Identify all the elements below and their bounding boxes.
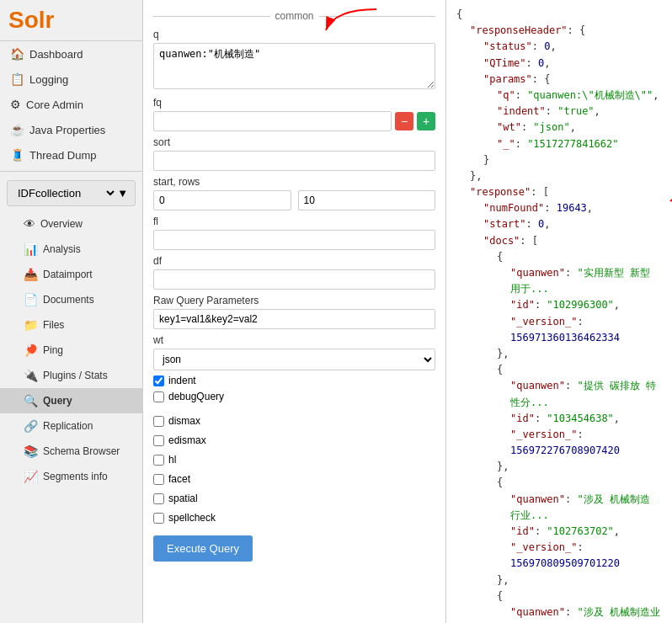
thread-dump-icon: 🧵 <box>10 148 24 162</box>
json-line-23: "_version_": 156972276708907420 <box>456 427 662 459</box>
fq-add-button[interactable]: + <box>417 112 435 130</box>
json-line-9: } <box>456 152 662 168</box>
hl-label: hl <box>168 454 176 466</box>
chevron-down-icon: ▼ <box>117 187 128 200</box>
sidebar-label-segments-info: Segments info <box>43 471 108 482</box>
json-line-20: { <box>456 362 662 378</box>
sidebar-label-dashboard: Dashboard <box>29 48 83 61</box>
wt-label: wt <box>153 334 435 346</box>
indent-checkbox[interactable] <box>153 375 164 386</box>
sidebar-item-schema-browser[interactable]: 📚Schema Browser <box>0 439 142 464</box>
spellcheck-checkbox[interactable] <box>153 513 164 524</box>
q-input[interactable] <box>153 43 435 89</box>
json-line-5: "q": "quanwen:\"机械制造\"", <box>456 88 662 104</box>
sidebar-item-ping[interactable]: 🏓Ping <box>0 338 142 363</box>
json-output: {"responseHeader": {"status": 0,"QTime":… <box>456 7 662 623</box>
facet-row: facet <box>153 473 435 485</box>
spatial-checkbox[interactable] <box>153 493 164 504</box>
sidebar-item-java-properties[interactable]: ☕Java Properties <box>0 117 142 142</box>
sidebar-label-logging: Logging <box>29 73 68 86</box>
json-line-7: "wt": "json", <box>456 120 662 136</box>
java-properties-icon: ☕ <box>10 123 24 136</box>
spatial-label: spatial <box>168 493 198 504</box>
sidebar-item-analysis[interactable]: 📊Analysis <box>0 237 142 262</box>
json-line-8: "_": "1517277841662" <box>456 136 662 152</box>
sidebar-label-core-admin: Core Admin <box>26 99 83 111</box>
facet-label: facet <box>168 473 190 485</box>
start-rows-label: start, rows <box>153 176 435 188</box>
sidebar-item-query[interactable]: 🔍Query <box>0 388 142 413</box>
sidebar-label-java-properties: Java Properties <box>29 124 105 136</box>
json-line-17: "id": "102996300", <box>456 297 662 313</box>
fq-label: fq <box>153 97 435 109</box>
json-line-10: }, <box>456 168 662 184</box>
sidebar-label-query: Query <box>43 395 72 407</box>
debug-label: debugQuery <box>168 391 224 402</box>
result-panel: {"responseHeader": {"status": 0,"QTime":… <box>446 0 672 623</box>
fq-input[interactable] <box>153 111 392 131</box>
collection-selector[interactable]: IDFcollection ▼ <box>7 180 136 206</box>
sidebar-item-plugins-stats[interactable]: 🔌Plugins / Stats <box>0 363 142 388</box>
json-line-2: "status": 0, <box>456 39 662 55</box>
df-input[interactable] <box>153 269 435 290</box>
json-line-6: "indent": "true", <box>456 104 662 120</box>
sidebar-item-thread-dump[interactable]: 🧵Thread Dump <box>0 142 142 168</box>
sidebar-label-ping: Ping <box>43 344 63 356</box>
segments-info-icon: 📈 <box>24 470 38 483</box>
collection-select[interactable]: IDFcollection <box>14 186 117 200</box>
json-line-16: "quanwen": "实用新型 新型 用于... <box>456 265 662 297</box>
schema-browser-icon: 📚 <box>24 445 38 458</box>
json-line-30: { <box>456 588 662 604</box>
json-line-1: "responseHeader": { <box>456 23 662 39</box>
debug-row: debugQuery <box>153 391 435 402</box>
debug-checkbox[interactable] <box>153 391 164 402</box>
json-line-12: "numFound": 19643, <box>456 200 662 216</box>
main-content: common q fq − + sort start, rows <box>143 0 672 623</box>
json-line-21: "quanwen": "提供 碳排放 特性分... <box>456 378 662 410</box>
start-input[interactable] <box>153 190 291 210</box>
query-panel: common q fq − + sort start, rows <box>143 0 446 623</box>
analysis-icon: 📊 <box>24 242 38 256</box>
wt-select[interactable]: json xml csv <box>153 349 435 370</box>
sort-label: sort <box>153 136 435 148</box>
collection-nav: 👁Overview📊Analysis📥Dataimport📄Documents📁… <box>0 211 142 489</box>
core-admin-icon: ⚙ <box>10 98 21 111</box>
sidebar-label-analysis: Analysis <box>43 243 81 255</box>
sidebar-item-logging[interactable]: 📋Logging <box>0 67 142 92</box>
dataimport-icon: 📥 <box>24 268 38 281</box>
fl-input[interactable] <box>153 230 435 250</box>
sidebar-item-documents[interactable]: 📄Documents <box>0 287 142 312</box>
json-line-29: }, <box>456 572 662 588</box>
sort-input[interactable] <box>153 151 435 171</box>
sidebar-item-files[interactable]: 📁Files <box>0 312 142 338</box>
hl-checkbox[interactable] <box>153 455 164 466</box>
documents-icon: 📄 <box>24 293 38 306</box>
dismax-checkbox[interactable] <box>153 416 164 427</box>
spellcheck-row: spellcheck <box>153 512 435 524</box>
json-line-15: { <box>456 249 662 265</box>
sidebar-item-overview[interactable]: 👁Overview <box>0 211 142 237</box>
plugins-stats-icon: 🔌 <box>24 369 38 382</box>
app-logo: Solr <box>0 0 142 41</box>
sidebar-item-dataimport[interactable]: 📥Dataimport <box>0 262 142 287</box>
execute-query-button[interactable]: Execute Query <box>153 535 253 562</box>
sidebar-item-segments-info[interactable]: 📈Segments info <box>0 464 142 489</box>
sidebar-item-replication[interactable]: 🔗Replication <box>0 413 142 439</box>
rows-input[interactable] <box>298 190 436 210</box>
sidebar-item-core-admin[interactable]: ⚙Core Admin <box>0 92 142 117</box>
fq-remove-button[interactable]: − <box>395 112 413 130</box>
facet-checkbox[interactable] <box>153 474 164 485</box>
fl-label: fl <box>153 216 435 227</box>
indent-label: indent <box>168 375 196 386</box>
raw-query-input[interactable] <box>153 309 435 329</box>
common-section-header: common <box>153 10 435 22</box>
json-line-18: "_version_": 156971360136462334 <box>456 314 662 346</box>
json-line-27: "id": "102763702", <box>456 524 662 540</box>
sidebar-item-dashboard[interactable]: 🏠Dashboard <box>0 41 142 67</box>
json-line-4: "params": { <box>456 72 662 88</box>
edismax-checkbox[interactable] <box>153 435 164 446</box>
dismax-row: dismax <box>153 415 435 427</box>
replication-icon: 🔗 <box>24 419 38 433</box>
json-line-24: }, <box>456 459 662 475</box>
json-line-28: "_version_": 156970809509701220 <box>456 540 662 572</box>
